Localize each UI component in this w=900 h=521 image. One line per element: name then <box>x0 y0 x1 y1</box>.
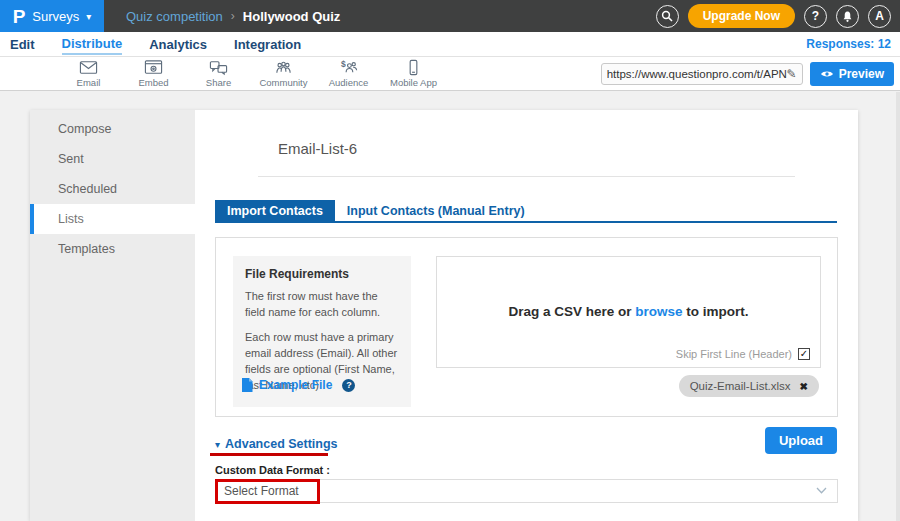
channel-email[interactable]: Email <box>56 59 121 88</box>
file-icon <box>241 378 253 392</box>
avatar[interactable]: A <box>868 5 891 28</box>
browse-link[interactable]: browse <box>635 304 682 319</box>
chevron-down-icon <box>816 487 827 494</box>
eye-icon <box>820 69 834 79</box>
dropzone-text-before: Drag a CSV here or <box>508 304 631 319</box>
sidebar-item-sent[interactable]: Sent <box>30 144 195 174</box>
channel-embed[interactable]: Embed <box>121 59 186 88</box>
custom-format-select[interactable]: Select Format <box>215 479 838 503</box>
tab-analytics[interactable]: Analytics <box>149 35 207 54</box>
bell-icon <box>841 10 854 23</box>
channel-community[interactable]: Community <box>251 59 316 88</box>
channel-label: Audience <box>329 77 369 88</box>
sidebar-item-compose[interactable]: Compose <box>30 114 195 144</box>
channel-label: Community <box>259 77 307 88</box>
annotation-red-underline <box>210 453 328 456</box>
channel-label: Email <box>77 77 101 88</box>
csv-dropzone[interactable]: Drag a CSV here or browse to import. Ski… <box>436 256 821 368</box>
page-body: Compose Sent Scheduled Lists Templates E… <box>0 92 900 521</box>
list-name-underline <box>258 176 795 177</box>
contacts-tabs: Import Contacts Input Contacts (Manual E… <box>215 200 837 223</box>
uploaded-file-chip: Quiz-Email-List.xlsx ✖ <box>679 375 819 397</box>
product-switcher-label: Surveys <box>32 9 79 24</box>
survey-nav: Edit Distribute Analytics Integration Re… <box>0 32 900 57</box>
scrollbar[interactable] <box>896 92 900 521</box>
channel-label: Share <box>206 77 231 88</box>
tab-input-contacts-manual[interactable]: Input Contacts (Manual Entry) <box>335 200 537 221</box>
channel-mobile-app[interactable]: Mobile App <box>381 59 446 88</box>
list-content: Email-List-6 Import Contacts Input Conta… <box>195 110 858 521</box>
chevron-down-icon: ▾ <box>86 11 91 22</box>
advanced-settings-label: Advanced Settings <box>225 437 338 451</box>
breadcrumb-parent[interactable]: Quiz competition <box>126 9 223 24</box>
file-requirements-text: The first row must have the field name f… <box>245 289 399 321</box>
breadcrumb-separator: › <box>231 9 235 23</box>
survey-url-field[interactable]: https://www.questionpro.com/t/APNrFZ ✎ <box>601 63 803 85</box>
edit-url-icon[interactable]: ✎ <box>787 67 797 81</box>
preview-label: Preview <box>839 67 884 81</box>
example-file-row: Example File ? <box>241 378 355 392</box>
tab-edit[interactable]: Edit <box>10 35 35 54</box>
search-icon <box>661 10 673 22</box>
notifications-button[interactable] <box>836 5 859 28</box>
survey-url-text: https://www.questionpro.com/t/APNrFZ <box>607 68 787 80</box>
advanced-settings-toggle[interactable]: ▾ Advanced Settings <box>215 437 338 451</box>
share-icon <box>209 59 228 76</box>
skip-first-line-row: Skip First Line (Header) ✓ <box>676 348 810 360</box>
skip-first-line-checkbox[interactable]: ✓ <box>798 348 810 360</box>
channel-toolbar: Email Embed Share Community $ Audience M… <box>0 57 900 91</box>
tab-import-contacts[interactable]: Import Contacts <box>215 200 335 221</box>
sidebar-item-templates[interactable]: Templates <box>30 234 195 264</box>
audience-icon: $ <box>339 59 358 76</box>
tab-distribute[interactable]: Distribute <box>62 34 123 55</box>
community-icon <box>274 59 293 76</box>
example-file-link[interactable]: Example File <box>259 378 332 392</box>
channel-audience[interactable]: $ Audience <box>316 59 381 88</box>
email-icon <box>79 59 98 76</box>
tab-integration[interactable]: Integration <box>234 35 301 54</box>
survey-link-area: https://www.questionpro.com/t/APNrFZ ✎ P… <box>601 62 900 86</box>
help-button[interactable]: ? <box>804 5 827 28</box>
lists-panel: Compose Sent Scheduled Lists Templates E… <box>30 110 858 521</box>
svg-text:$: $ <box>341 59 346 69</box>
preview-button[interactable]: Preview <box>810 62 894 86</box>
distribute-sidebar: Compose Sent Scheduled Lists Templates <box>30 110 195 521</box>
dropzone-text-after: to import. <box>686 304 748 319</box>
questionpro-logo-icon: P <box>13 7 26 26</box>
embed-icon <box>144 59 163 76</box>
search-button[interactable] <box>656 5 679 28</box>
sidebar-item-lists[interactable]: Lists <box>30 204 195 234</box>
channel-list: Email Embed Share Community $ Audience M… <box>56 59 446 88</box>
upgrade-now-button[interactable]: Upgrade Now <box>688 4 795 28</box>
channel-label: Embed <box>138 77 168 88</box>
help-icon[interactable]: ? <box>342 379 355 392</box>
breadcrumb: Quiz competition › Hollywood Quiz <box>126 9 340 24</box>
channel-share[interactable]: Share <box>186 59 251 88</box>
mobile-app-icon <box>404 59 423 76</box>
remove-file-icon[interactable]: ✖ <box>800 381 808 392</box>
skip-first-line-label: Skip First Line (Header) <box>676 348 792 360</box>
import-contacts-panel: File Requirements The first row must hav… <box>215 237 838 417</box>
upload-button[interactable]: Upload <box>765 427 837 454</box>
sidebar-item-scheduled[interactable]: Scheduled <box>30 174 195 204</box>
header-actions: Upgrade Now ? A <box>656 4 900 28</box>
custom-data-format-label: Custom Data Format : <box>215 464 330 476</box>
top-header: P Surveys ▾ Quiz competition › Hollywood… <box>0 0 900 32</box>
list-name-field[interactable]: Email-List-6 <box>278 140 357 157</box>
select-format-value: Select Format <box>216 484 299 498</box>
caret-down-icon: ▾ <box>215 439 220 450</box>
dropzone-text: Drag a CSV here or browse to import. <box>437 304 820 319</box>
file-requirements-title: File Requirements <box>245 267 399 281</box>
responses-count[interactable]: Responses: 12 <box>806 37 891 51</box>
channel-label: Mobile App <box>390 77 437 88</box>
product-switcher[interactable]: P Surveys ▾ <box>0 0 104 32</box>
breadcrumb-current: Hollywood Quiz <box>243 9 341 24</box>
uploaded-file-name: Quiz-Email-List.xlsx <box>690 380 791 392</box>
